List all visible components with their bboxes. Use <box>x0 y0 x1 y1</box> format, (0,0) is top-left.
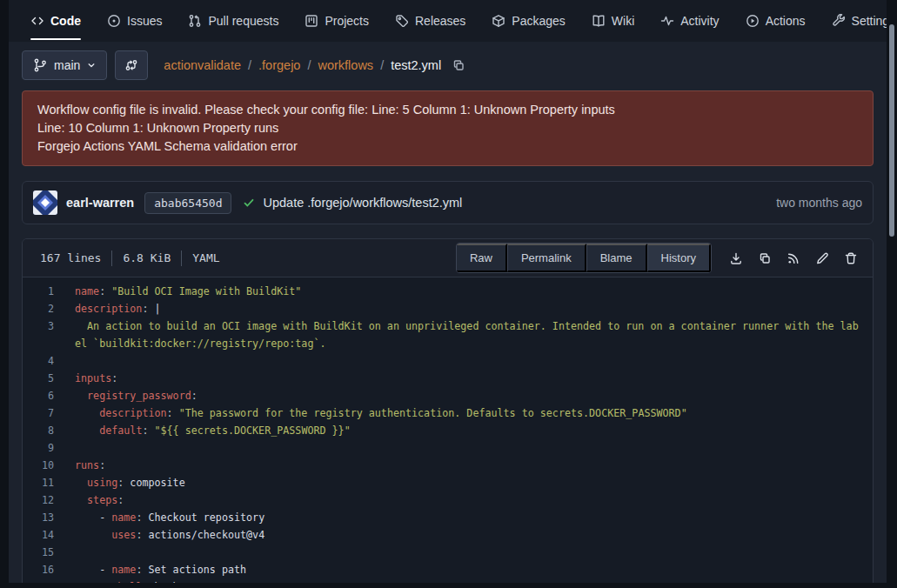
code-line-content: An action to build an OCI image with Bui… <box>75 317 873 352</box>
rss-button[interactable] <box>781 246 805 270</box>
nav-tab-label: Issues <box>127 14 162 28</box>
commit-hash-badge[interactable]: abab65450d <box>144 192 231 214</box>
line-number[interactable]: 11 <box>23 474 75 491</box>
breadcrumb-separator: / <box>307 58 311 72</box>
line-number[interactable]: 3 <box>23 317 75 352</box>
code-line: 5inputs: <box>23 370 873 387</box>
commit-author[interactable]: earl-warren <box>66 196 134 210</box>
code-line: 3 An action to build an OCI image with B… <box>23 317 873 352</box>
file-header: 167 lines6.8 KiBYAML RawPermalinkBlameHi… <box>23 239 873 277</box>
compare-button[interactable] <box>115 50 148 80</box>
code-line-content: - name: Checkout repository <box>75 509 873 526</box>
error-banner: Workflow config file is invalid. Please … <box>22 90 874 166</box>
copy-button[interactable] <box>753 246 776 270</box>
check-icon <box>242 196 256 210</box>
nav-tab-settings[interactable]: Settings <box>832 0 887 42</box>
copy-icon <box>758 251 772 265</box>
code-line: 6 registry_password: <box>23 387 873 404</box>
breadcrumb-separator: / <box>380 58 384 72</box>
nav-tab-label: Wiki <box>612 14 634 28</box>
nav-tab-label: Code <box>50 14 81 28</box>
page-content: main actionvalidate/.forgejo/workflows/t… <box>9 42 887 583</box>
nav-tab-code[interactable]: Code <box>30 0 81 42</box>
line-number[interactable]: 6 <box>23 387 75 404</box>
code-line: 17 shell: bash <box>23 578 873 583</box>
delete-button[interactable] <box>839 246 862 270</box>
code-line-content: description: | <box>75 300 873 317</box>
code-line-content: description: "The password for the regis… <box>75 404 873 422</box>
repo-page: CodeIssuesPull requestsProjectsReleasesP… <box>9 0 887 583</box>
nav-tab-projects[interactable]: Projects <box>305 0 369 42</box>
blame-button[interactable]: Blame <box>586 244 647 272</box>
top-nav: CodeIssuesPull requestsProjectsReleasesP… <box>9 0 887 42</box>
code-line-content: uses: actions/checkout@v4 <box>75 526 873 544</box>
error-line: Line: 10 Column 1: Unknown Property runs <box>37 119 858 137</box>
copy-path-icon[interactable] <box>452 58 465 72</box>
issue-icon <box>107 14 121 28</box>
project-icon <box>305 14 318 28</box>
line-number[interactable]: 13 <box>23 509 75 526</box>
code-line-content: registry_password: <box>75 387 873 404</box>
file-icon-buttons <box>724 246 862 270</box>
permalink-button[interactable]: Permalink <box>507 244 586 272</box>
line-number[interactable]: 9 <box>23 439 75 457</box>
raw-button[interactable]: Raw <box>457 244 507 272</box>
line-number[interactable]: 12 <box>23 491 75 509</box>
nav-tab-pull-requests[interactable]: Pull requests <box>188 0 278 42</box>
code-line: 8 default: "${{ secrets.DOCKER_PASSWORD … <box>23 422 873 439</box>
code-line: 4 <box>23 352 873 370</box>
line-number[interactable]: 16 <box>23 561 75 578</box>
code-line: 1name: "Build OCI Image with BuildKit" <box>23 283 873 300</box>
breadcrumb-link[interactable]: .forgejo <box>258 58 300 72</box>
file-meta-item: 6.8 KiB <box>123 251 171 264</box>
nav-tab-label: Settings <box>852 14 887 28</box>
latest-commit-bar: earl-warren abab65450d Update .forgejo/w… <box>22 181 874 224</box>
package-icon <box>492 14 505 28</box>
breadcrumb-link[interactable]: actionvalidate <box>164 58 241 72</box>
delete-icon <box>844 251 858 265</box>
page-scrollbar[interactable] <box>887 0 897 588</box>
download-button[interactable] <box>724 246 747 270</box>
nav-tab-issues[interactable]: Issues <box>107 0 162 42</box>
code-line: 7 description: "The password for the reg… <box>23 404 873 422</box>
line-number[interactable]: 5 <box>23 370 75 387</box>
history-button[interactable]: History <box>647 244 711 272</box>
error-line: Workflow config file is invalid. Please … <box>37 101 858 119</box>
line-number[interactable]: 8 <box>23 422 75 439</box>
code-line-content: shell: bash <box>75 578 873 583</box>
line-number[interactable]: 10 <box>23 457 75 474</box>
line-number[interactable]: 17 <box>23 578 75 583</box>
edit-button[interactable] <box>810 246 833 270</box>
file-meta: 167 lines6.8 KiBYAML <box>40 251 220 266</box>
avatar[interactable] <box>33 190 57 215</box>
nav-tab-label: Projects <box>325 14 369 28</box>
line-number[interactable]: 7 <box>23 404 75 422</box>
commit-time: two months ago <box>776 196 862 210</box>
line-number[interactable]: 1 <box>23 283 75 300</box>
breadcrumb-current-file: test2.yml <box>391 58 441 72</box>
line-number[interactable]: 15 <box>23 544 75 561</box>
line-number[interactable]: 4 <box>23 352 75 370</box>
nav-tab-packages[interactable]: Packages <box>492 0 565 42</box>
code-line: 15 <box>23 544 873 561</box>
breadcrumb-link[interactable]: workflows <box>318 58 373 72</box>
commit-message[interactable]: Update .forgejo/workflows/test2.yml <box>263 196 462 210</box>
nav-tab-releases[interactable]: Releases <box>395 0 465 42</box>
book-icon <box>592 14 606 28</box>
branch-row: main actionvalidate/.forgejo/workflows/t… <box>22 50 874 80</box>
code-icon <box>30 14 44 28</box>
scrollbar-thumb[interactable] <box>889 24 894 237</box>
code-line-content <box>75 439 873 457</box>
nav-tab-wiki[interactable]: Wiki <box>592 0 634 42</box>
line-number[interactable]: 14 <box>23 526 75 544</box>
line-number[interactable]: 2 <box>23 300 75 317</box>
nav-tab-actions[interactable]: Actions <box>746 0 806 42</box>
rss-icon <box>787 251 800 265</box>
nav-tab-activity[interactable]: Activity <box>660 0 719 42</box>
code-line: 13 - name: Checkout repository <box>23 509 873 526</box>
branch-selector[interactable]: main <box>22 50 107 80</box>
code-line-content: runs: <box>75 457 873 474</box>
file-view: 167 lines6.8 KiBYAML RawPermalinkBlameHi… <box>22 238 874 583</box>
code-line: 10runs: <box>23 457 873 474</box>
code-line: 11 using: composite <box>23 474 873 491</box>
